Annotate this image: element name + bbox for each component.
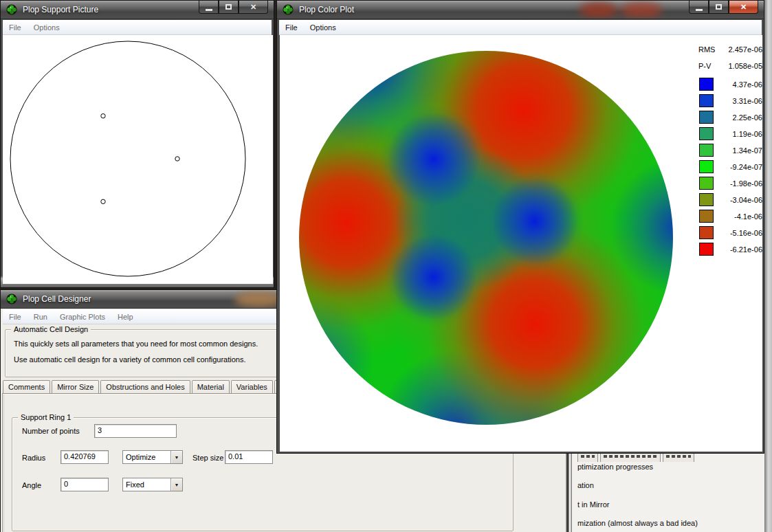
legend-value: -4.1e-06 (734, 212, 762, 221)
legend-value: 4.37e-06 (733, 80, 762, 89)
pv-label: P-V (698, 62, 711, 70)
minimize-button[interactable] (689, 1, 709, 14)
menu-item-file[interactable]: File (3, 21, 27, 34)
legend-color-swatch (699, 144, 714, 157)
color-plot-canvas: RMS 2.457e-06 P-V 1.058e-05 4.37e-063.31… (280, 35, 762, 452)
step-size-label: Step size (192, 454, 223, 462)
legend-color-swatch (699, 160, 714, 173)
background-text-line: t in Mirror (577, 500, 609, 509)
rms-value: 2.457e-06 (728, 45, 762, 54)
color-plot-window: Plop Color Plot ✕ FileOptions RMS 2.457e… (276, 0, 764, 454)
close-button[interactable]: ✕ (729, 1, 758, 14)
legend-row: 2.25e-06 (699, 111, 762, 124)
support-point (101, 114, 105, 118)
legend-row: -6.21e-06 (699, 243, 762, 256)
radius-field[interactable]: 0.420769 (60, 450, 109, 464)
dropdown-arrow-icon[interactable]: ▼ (170, 451, 182, 463)
plop-clover-icon (283, 4, 294, 15)
tab-mirror-size[interactable]: Mirror Size (52, 380, 99, 394)
legend-row: 1.19e-06 (699, 127, 762, 140)
tab-material[interactable]: Material (192, 380, 230, 394)
legend-color-swatch (699, 78, 714, 91)
legend-row: 4.37e-06 (699, 78, 762, 91)
group-title: Support Ring 1 (18, 413, 74, 421)
legend-value: -9.24e-07 (730, 163, 762, 171)
legend-value: -6.21e-06 (730, 245, 762, 254)
close-button[interactable]: ✕ (239, 1, 268, 14)
angle-mode-dropdown[interactable]: Fixed ▼ (122, 478, 183, 491)
background-text-line: ation (577, 481, 594, 489)
legend-color-swatch (699, 243, 714, 256)
legend-color-swatch (699, 193, 714, 206)
support-picture-title-bar[interactable]: Plop Support Picture ✕ (1, 1, 274, 19)
glass-reflection (234, 291, 283, 307)
legend-row: -5.16e-06 (699, 226, 762, 239)
legend-value: -5.16e-06 (730, 229, 762, 237)
legend-row: 3.31e-06 (699, 94, 762, 107)
window-title: Plop Color Plot (299, 5, 354, 14)
legend-row: -1.98e-06 (699, 177, 762, 190)
auto-design-description-1: This quickly sets all parameters that yo… (14, 340, 258, 348)
cell-designer-tab-strip: CommentsMirror SizeObstructions and Hole… (3, 380, 318, 394)
menu-item-file[interactable]: File (3, 310, 27, 324)
angle-label: Angle (22, 481, 41, 489)
support-picture-canvas (3, 35, 273, 284)
dropdown-arrow-icon[interactable]: ▼ (170, 478, 182, 491)
legend-value: 3.31e-06 (733, 97, 762, 105)
step-size-field[interactable]: 0.01 (225, 450, 273, 464)
number-of-points-field[interactable]: 3 (94, 424, 177, 438)
number-of-points-label: Number of points (22, 427, 80, 435)
legend-value: 1.34e-07 (733, 146, 762, 155)
mirror-deformation-plot (299, 51, 673, 425)
window-title: Plop Cell Designer (23, 294, 91, 304)
angle-field[interactable]: 0 (60, 478, 109, 491)
radius-label: Radius (22, 454, 45, 462)
window-title: Plop Support Picture (23, 5, 98, 14)
color-plot-menubar: FileOptions (279, 20, 762, 35)
auto-design-description-2: Use automatic cell design for a variety … (14, 355, 246, 364)
radius-mode-dropdown[interactable]: Optimize ▼ (122, 450, 183, 464)
color-plot-title-bar[interactable]: Plop Color Plot ✕ (277, 1, 764, 19)
legend-row: 1.34e-07 (699, 144, 762, 157)
background-text-line: mization (almost always a bad idea) (577, 519, 698, 527)
mirror-outline (10, 41, 245, 276)
tab-variables[interactable]: Variables (231, 380, 273, 394)
menu-item-run[interactable]: Run (27, 310, 54, 324)
glass-reflection (621, 2, 662, 18)
tab-obstructions-and-holes[interactable]: Obstructions and Holes (100, 380, 190, 394)
menu-item-options[interactable]: Options (304, 21, 342, 34)
pv-value: 1.058e-05 (728, 62, 762, 70)
background-window-scrollbar[interactable] (764, 0, 772, 532)
menu-item-file[interactable]: File (279, 21, 304, 34)
group-title: Automatic Cell Design (11, 325, 91, 333)
maximize-button[interactable] (219, 1, 239, 14)
support-picture-window: Plop Support Picture ✕ FileOptions (0, 0, 274, 288)
legend-color-swatch (699, 210, 714, 223)
support-point (175, 157, 179, 161)
tab-comments[interactable]: Comments (3, 380, 50, 394)
legend-color-swatch (699, 127, 714, 140)
rms-label: RMS (698, 45, 715, 54)
menu-item-graphic-plots[interactable]: Graphic Plots (54, 310, 111, 324)
color-scale-legend: 4.37e-063.31e-062.25e-061.19e-061.34e-07… (699, 78, 762, 256)
plop-clover-icon (6, 293, 17, 304)
minimize-button[interactable] (199, 1, 219, 14)
support-picture-menubar: FileOptions (3, 20, 272, 35)
background-text-line: ptimization progresses (577, 463, 653, 471)
legend-value: 2.25e-06 (733, 113, 762, 122)
legend-value: 1.19e-06 (733, 130, 762, 138)
legend-row: -4.1e-06 (699, 210, 762, 223)
menu-item-help[interactable]: Help (111, 310, 140, 324)
glass-reflection (580, 2, 617, 18)
legend-color-swatch (699, 94, 714, 107)
maximize-button[interactable] (709, 1, 729, 14)
legend-row: -3.04e-06 (699, 193, 762, 206)
legend-color-swatch (699, 226, 714, 239)
plop-clover-icon (6, 4, 17, 15)
menu-item-options[interactable]: Options (27, 21, 66, 34)
legend-row: -9.24e-07 (699, 160, 762, 173)
legend-color-swatch (699, 111, 714, 124)
legend-color-swatch (699, 177, 714, 190)
legend-value: -3.04e-06 (730, 196, 762, 204)
legend-value: -1.98e-06 (730, 179, 762, 188)
